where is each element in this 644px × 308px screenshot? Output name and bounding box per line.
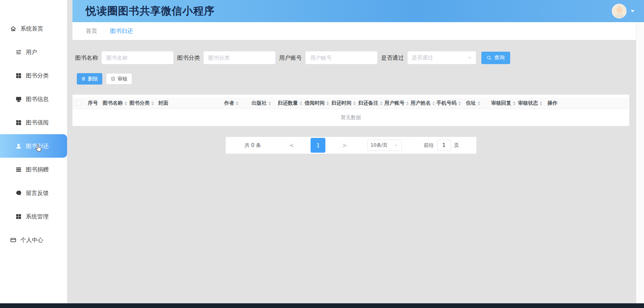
goto-label: 前往 [424, 142, 434, 149]
column-header-return-remark[interactable]: 归还备注 [356, 100, 382, 106]
goto-page-input[interactable] [437, 140, 451, 151]
mouse-cursor [34, 144, 43, 152]
column-label: 借阅时间 [305, 100, 325, 106]
bottom-bar [0, 303, 644, 308]
column-label: 归还备注 [358, 100, 378, 106]
sort-icon[interactable] [151, 101, 154, 105]
tab-book-return[interactable]: 图书归还 [110, 27, 133, 35]
sort-icon[interactable] [268, 101, 271, 105]
chevron-down-icon [394, 143, 398, 148]
filter-bar: 图书名称 图书分类 用户账号 是否通过 是否通过 查询 [72, 51, 636, 64]
grid-icon [15, 72, 22, 79]
column-header-user-account[interactable]: 用户账号 [382, 100, 409, 106]
column-header-index: 序号 [86, 100, 101, 106]
column-header-review-reply[interactable]: 审核回复 [489, 100, 516, 106]
sidebar-item-personal-center[interactable]: 个人中心 [0, 228, 67, 252]
prev-page-button[interactable]: < [289, 142, 294, 149]
sort-icon[interactable] [478, 101, 480, 105]
column-header-user-name[interactable]: 用户姓名 [409, 100, 434, 106]
column-label: 序号 [88, 100, 98, 106]
breadcrumb-tabs: 首页 图书归还 [72, 22, 636, 40]
page-title: 悦读圈图书共享微信小程序 [86, 4, 215, 18]
delete-button[interactable]: 删除 [77, 73, 102, 85]
approved-select-value: 是否通过 [412, 54, 433, 61]
comment-icon [15, 190, 22, 196]
user-account-input[interactable] [305, 51, 378, 64]
sort-icon[interactable] [353, 101, 356, 105]
delete-button-label: 删除 [88, 76, 98, 82]
empty-text: 暂无数据 [341, 114, 361, 121]
column-header-book-name[interactable]: 图书名称 [101, 100, 127, 106]
book-name-input[interactable] [101, 51, 174, 64]
sidebar: 系统首页 用户 图书分类 图书信息 图书借阅 图书归还 图书捐赠 留言反馈 系统… [0, 0, 67, 308]
user-menu[interactable] [612, 4, 635, 18]
chevron-down-icon[interactable] [631, 10, 635, 12]
goto-page: 前往 页 [424, 140, 459, 151]
sort-icon[interactable] [326, 101, 329, 105]
page-size-select[interactable]: 10条/页 [367, 140, 402, 151]
sort-icon[interactable] [236, 101, 238, 105]
column-label: 审核状态 [518, 100, 538, 106]
sort-icon[interactable] [124, 101, 127, 105]
sidebar-item-home[interactable]: 系统首页 [0, 17, 67, 40]
sort-icon[interactable] [458, 101, 461, 105]
sidebar-item-book-category[interactable]: 图书分类 [0, 64, 67, 87]
column-label: 归还时间 [331, 100, 352, 106]
avatar[interactable] [612, 4, 627, 18]
tab-home[interactable]: 首页 [86, 27, 97, 35]
filter-book-name: 图书名称 [75, 51, 174, 64]
column-header-return-time[interactable]: 归还时间 [329, 100, 356, 106]
sort-icon[interactable] [513, 101, 516, 105]
sidebar-item-label: 系统管理 [26, 213, 49, 220]
column-label: 出版社 [252, 100, 267, 106]
sidebar-item-label: 用户 [26, 48, 37, 56]
select-all-checkbox[interactable] [76, 101, 82, 106]
pagination-total: 共 0 条 [245, 142, 261, 149]
sidebar-item-book-donate[interactable]: 图书捐赠 [0, 158, 67, 181]
sidebar-item-system-mgmt[interactable]: 系统管理 [0, 205, 67, 228]
search-button[interactable]: 查询 [481, 52, 510, 64]
approved-label: 是否通过 [381, 54, 404, 62]
column-label: 封面 [158, 100, 168, 106]
sort-icon[interactable] [380, 101, 382, 105]
column-header-address[interactable]: 住址 [464, 100, 489, 106]
sidebar-item-feedback[interactable]: 留言反馈 [0, 181, 67, 205]
column-label: 作者 [224, 100, 234, 106]
column-header-publisher[interactable]: 出版社 [250, 100, 276, 106]
column-label: 图书分类 [129, 100, 150, 106]
column-header-review-status[interactable]: 审核状态 [516, 100, 545, 106]
sidebar-item-label: 图书捐赠 [26, 166, 49, 173]
app-header: 悦读圈图书共享微信小程序 [72, 0, 644, 22]
column-label: 图书名称 [103, 100, 123, 106]
approved-select[interactable]: 是否通过 [407, 51, 476, 64]
sidebar-item-users[interactable]: 用户 [0, 40, 67, 64]
column-header-cover: 封面 [156, 100, 222, 106]
review-button-label: 审核 [117, 76, 127, 82]
scrollbar-track[interactable] [636, 22, 644, 303]
filter-approved: 是否通过 是否通过 [381, 51, 476, 64]
sort-icon[interactable] [300, 101, 302, 105]
next-page-button[interactable]: > [342, 142, 347, 149]
page-number-button[interactable]: 1 [311, 138, 325, 153]
sort-icon[interactable] [540, 101, 542, 105]
column-header-book-category[interactable]: 图书分类 [127, 100, 156, 106]
monitor-icon [15, 96, 22, 102]
column-header-return-quantity[interactable]: 归还数量 [276, 100, 303, 106]
review-button[interactable]: 审核 [106, 73, 132, 85]
filter-user-account: 用户账号 [279, 51, 378, 64]
sidebar-item-label: 图书分类 [26, 72, 49, 80]
book-category-input[interactable] [203, 51, 276, 64]
book-name-label: 图书名称 [75, 54, 98, 62]
column-header-borrow-time[interactable]: 借阅时间 [303, 100, 329, 106]
column-header-author[interactable]: 作者 [222, 100, 250, 106]
sidebar-item-book-return[interactable]: 图书归还 [0, 134, 67, 158]
sidebar-item-label: 个人中心 [20, 236, 43, 244]
column-header-phone[interactable]: 手机号码 [434, 100, 464, 106]
sort-icon[interactable] [406, 101, 409, 105]
goto-unit: 页 [454, 142, 459, 149]
sidebar-item-book-info[interactable]: 图书信息 [0, 87, 67, 111]
column-label: 用户姓名 [411, 100, 431, 106]
review-icon [111, 76, 115, 81]
sidebar-item-book-borrow[interactable]: 图书借阅 [0, 111, 67, 134]
column-label: 审核回复 [491, 100, 511, 106]
